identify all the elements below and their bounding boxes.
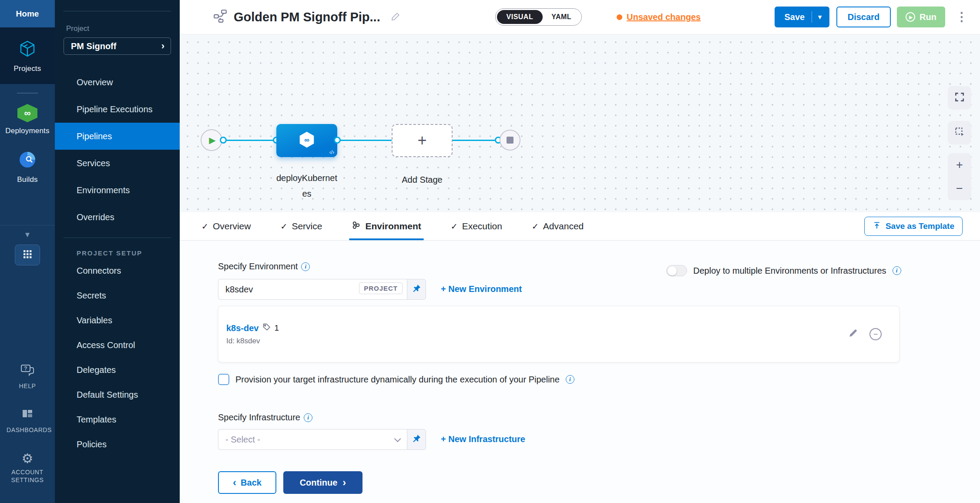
- project-setup-header: PROJECT SETUP: [77, 249, 180, 257]
- nav-deployments[interactable]: ∞ Deployments: [0, 96, 55, 142]
- sidebar-item-default-settings[interactable]: Default Settings: [55, 382, 180, 407]
- pipeline-header: Golden PM Signoff Pip... VISUAL YAML Uns…: [180, 0, 980, 34]
- nav-dashboards-label: DASHBOARDS: [7, 426, 48, 434]
- info-icon[interactable]: i: [304, 413, 312, 422]
- nav-account-settings[interactable]: ⚙ ACCOUNT SETTINGS: [7, 452, 48, 484]
- deployments-icon: ∞: [17, 104, 37, 122]
- tab-overview[interactable]: ✓ Overview: [201, 212, 251, 240]
- module-switcher-button[interactable]: [15, 245, 40, 265]
- sidebar-item-label: Policies: [77, 439, 107, 449]
- save-as-template-label: Save as Template: [886, 221, 954, 231]
- info-icon[interactable]: i: [301, 262, 310, 271]
- pipeline-title-group: Golden PM Signoff Pip...: [213, 9, 401, 25]
- sidebar-item-variables[interactable]: Variables: [55, 308, 180, 333]
- pin-icon: [412, 284, 421, 295]
- provision-checkbox[interactable]: [218, 374, 229, 385]
- fullscreen-button[interactable]: [948, 86, 971, 110]
- run-button[interactable]: ▶ Run: [897, 7, 945, 27]
- mode-yaml[interactable]: YAML: [543, 10, 580, 24]
- back-button[interactable]: ‹ Back: [218, 471, 276, 494]
- pipeline-flowchart-icon: [213, 9, 228, 25]
- new-environment-link[interactable]: + New Environment: [441, 284, 522, 294]
- app-window: Home Projects ∞ Deployments Builds ▼: [0, 0, 980, 503]
- sidebar-item-environments[interactable]: Environments: [55, 177, 180, 204]
- sidebar-item-secrets[interactable]: Secrets: [55, 283, 180, 308]
- sidebar-item-overview[interactable]: Overview: [55, 69, 180, 96]
- marquee-select-button[interactable]: [948, 121, 971, 144]
- help-chat-icon: ?: [20, 363, 35, 379]
- environment-card: k8s-dev 1 Id: k8sdev −: [218, 306, 899, 362]
- environment-id: Id: k8sdev: [226, 337, 279, 345]
- sidebar-item-delegates[interactable]: Delegates: [55, 358, 180, 382]
- grid-icon: [22, 249, 33, 261]
- pipeline-canvas[interactable]: ▶ ∞ ‹/› + deployKubernet es Ad: [180, 34, 980, 212]
- sidebar-item-templates[interactable]: Templates: [55, 407, 180, 432]
- pin-infrastructure-button[interactable]: [407, 429, 426, 450]
- infrastructure-select[interactable]: - Select -: [218, 429, 407, 450]
- multi-deploy-toggle[interactable]: [666, 265, 687, 276]
- sidebar-item-label: Secrets: [77, 291, 106, 301]
- sidebar-item-label: Environments: [77, 185, 130, 195]
- nav-dashboards[interactable]: DASHBOARDS: [7, 408, 48, 434]
- project-selector[interactable]: PM Signoff ›: [64, 37, 171, 55]
- zoom-controls: + −: [948, 153, 971, 200]
- sidebar-item-policies[interactable]: Policies: [55, 432, 180, 457]
- pipeline-end-node[interactable]: [500, 130, 520, 151]
- tab-advanced[interactable]: ✓ Advanced: [532, 212, 584, 240]
- check-icon: ✓: [532, 221, 539, 231]
- continue-label: Continue: [300, 478, 338, 488]
- chevron-right-icon: ›: [342, 478, 346, 487]
- sidebar-item-pipeline-executions[interactable]: Pipeline Executions: [55, 96, 180, 123]
- nav-collapse[interactable]: ▼: [0, 225, 55, 239]
- projects-cube-icon: [18, 39, 37, 60]
- discard-button[interactable]: Discard: [836, 7, 891, 27]
- cd-stage-icon: ∞: [297, 130, 317, 151]
- mode-visual[interactable]: VISUAL: [497, 10, 543, 24]
- tab-environment[interactable]: Environment: [352, 212, 421, 240]
- environment-card-actions: −: [848, 328, 882, 340]
- new-infrastructure-link[interactable]: + New Infrastructure: [441, 434, 525, 444]
- visual-yaml-toggle[interactable]: VISUAL YAML: [495, 8, 582, 26]
- check-icon: ✓: [201, 221, 208, 231]
- pipeline-start-node[interactable]: ▶: [201, 129, 222, 151]
- continue-button[interactable]: Continue ›: [283, 471, 362, 494]
- module-nav: Home Projects ∞ Deployments Builds ▼: [0, 0, 55, 503]
- sidebar-item-services[interactable]: Services: [55, 150, 180, 177]
- nav-builds-label: Builds: [17, 175, 38, 184]
- info-icon[interactable]: i: [566, 375, 574, 384]
- pin-environment-button[interactable]: [407, 279, 426, 300]
- stage-node-deploykubernetes[interactable]: ∞ ‹/›: [276, 124, 337, 157]
- toggle-knob: [668, 266, 677, 275]
- nav-home[interactable]: Home: [0, 0, 55, 27]
- save-button[interactable]: Save ▾: [775, 7, 829, 27]
- edit-pencil-icon[interactable]: [848, 328, 858, 340]
- edit-title-pencil-icon[interactable]: [391, 11, 401, 23]
- tab-service[interactable]: ✓ Service: [280, 212, 322, 240]
- upload-icon: [873, 221, 881, 232]
- nav-builds[interactable]: Builds: [0, 142, 55, 191]
- nav-help[interactable]: ? HELP: [7, 363, 48, 390]
- plus-icon: +: [417, 133, 426, 148]
- remove-environment-icon[interactable]: −: [869, 328, 882, 340]
- zoom-out-button[interactable]: −: [956, 182, 963, 195]
- tab-execution[interactable]: ✓ Execution: [451, 212, 502, 240]
- save-label: Save: [784, 12, 805, 22]
- environment-name-link[interactable]: k8s-dev: [226, 323, 259, 333]
- zoom-in-button[interactable]: +: [956, 158, 963, 171]
- add-stage-node[interactable]: +: [392, 124, 453, 157]
- port-stage-out: [334, 137, 341, 144]
- tab-label: Service: [292, 221, 322, 231]
- sidebar-item-overrides[interactable]: Overrides: [55, 204, 180, 231]
- save-as-template-button[interactable]: Save as Template: [864, 217, 963, 236]
- info-icon[interactable]: i: [893, 266, 901, 275]
- nav-projects[interactable]: Projects: [0, 27, 55, 84]
- save-dropdown-caret[interactable]: ▾: [812, 11, 828, 23]
- kebab-menu-icon[interactable]: ⋮: [956, 11, 968, 23]
- unsaved-changes[interactable]: Unsaved changes: [617, 12, 701, 22]
- port-start-out: [220, 137, 227, 144]
- environment-card-info: k8s-dev 1 Id: k8sdev: [226, 323, 279, 345]
- svg-text:∞: ∞: [304, 136, 309, 144]
- sidebar-item-pipelines[interactable]: Pipelines: [55, 123, 180, 150]
- sidebar-item-access-control[interactable]: Access Control: [55, 333, 180, 358]
- sidebar-item-connectors[interactable]: Connectors: [55, 258, 180, 283]
